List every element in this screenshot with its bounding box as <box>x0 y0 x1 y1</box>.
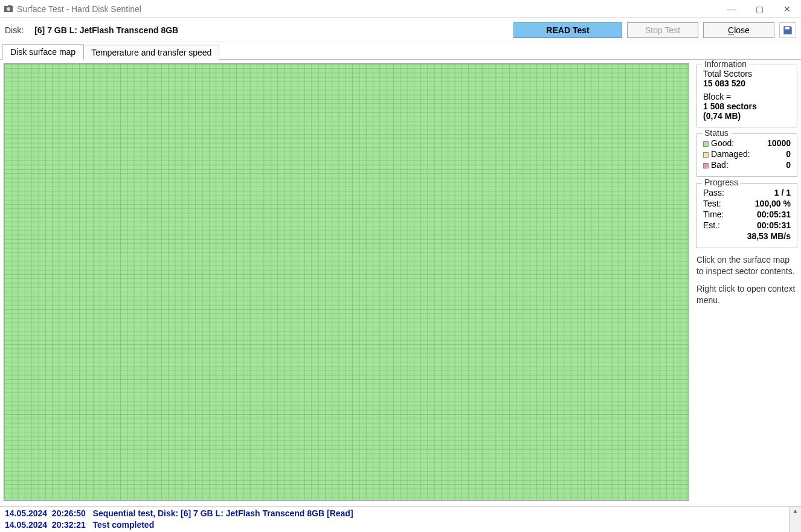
pass-label: Pass: <box>703 188 724 197</box>
good-value: 10000 <box>767 138 791 148</box>
save-button[interactable] <box>779 22 796 38</box>
disk-name: [6] 7 GB L: JetFlash Transcend 8GB <box>34 25 178 35</box>
bad-label: Bad: <box>711 160 729 170</box>
close-button[interactable]: Close <box>703 22 774 38</box>
scroll-up-icon[interactable]: ▴ <box>794 507 797 514</box>
damaged-label: Damaged: <box>711 149 750 159</box>
app-icon <box>4 4 13 14</box>
damaged-value: 0 <box>786 149 791 159</box>
tab-surface-map[interactable]: Disk surface map <box>2 44 83 60</box>
test-label: Test: <box>703 199 721 208</box>
maximize-button[interactable]: ▢ <box>745 0 773 18</box>
svg-rect-3 <box>788 27 790 28</box>
window-controls: — ▢ ✕ <box>718 0 801 18</box>
damaged-swatch-icon <box>703 152 709 158</box>
title-bar: Surface Test - Hard Disk Sentinel — ▢ ✕ <box>0 0 801 18</box>
svg-point-1 <box>7 7 10 11</box>
total-sectors-value: 15 083 520 <box>703 79 791 88</box>
status-panel: Status Good:10000 Damaged:0 Bad:0 <box>696 133 797 177</box>
floppy-icon <box>782 25 793 36</box>
bad-swatch-icon <box>703 163 709 168</box>
log-line-2: 14.05.2024 20:32:21 Test completed <box>5 519 784 531</box>
bad-value: 0 <box>786 160 791 170</box>
test-value: 100,00 % <box>755 199 791 208</box>
surface-map[interactable] <box>4 63 689 501</box>
tab-temperature[interactable]: Temperature and transfer speed <box>83 45 219 60</box>
disk-label: Disk: <box>5 25 24 35</box>
pass-value: 1 / 1 <box>774 188 791 197</box>
close-window-button[interactable]: ✕ <box>773 0 801 18</box>
progress-legend: Progress <box>702 178 741 187</box>
side-panel: Information Total Sectors 15 083 520 Blo… <box>696 63 797 502</box>
click-hint: Click on the surface map to inspect sect… <box>696 254 797 277</box>
good-label: Good: <box>711 138 734 148</box>
block-label: Block = <box>703 92 791 101</box>
est-label: Est.: <box>703 220 720 230</box>
good-swatch-icon <box>703 141 709 147</box>
log: 14.05.2024 20:26:50 Sequential test, Dis… <box>0 507 789 532</box>
svg-rect-2 <box>8 5 11 6</box>
main-area: Information Total Sectors 15 083 520 Blo… <box>0 59 801 506</box>
toolbar: Disk: [6] 7 GB L: JetFlash Transcend 8GB… <box>0 18 801 42</box>
tabs: Disk surface map Temperature and transfe… <box>0 42 801 59</box>
time-label: Time: <box>703 210 724 219</box>
rclick-hint: Right click to open context menu. <box>696 283 797 306</box>
information-legend: Information <box>702 59 749 69</box>
total-sectors-label: Total Sectors <box>703 69 791 79</box>
information-panel: Information Total Sectors 15 083 520 Blo… <box>696 65 797 127</box>
time-value: 00:05:31 <box>757 210 791 219</box>
log-area: 14.05.2024 20:26:50 Sequential test, Dis… <box>0 506 801 532</box>
progress-panel: Progress Pass:1 / 1 Test:100,00 % Time:0… <box>696 183 797 248</box>
status-legend: Status <box>702 128 731 138</box>
surface-grid <box>4 64 689 500</box>
read-test-button[interactable]: READ Test <box>513 22 622 38</box>
log-line-1: 14.05.2024 20:26:50 Sequential test, Dis… <box>5 508 784 519</box>
window-title: Surface Test - Hard Disk Sentinel <box>17 4 718 14</box>
log-scrollbar[interactable]: ▴ <box>789 507 801 532</box>
block-size: (0,74 MB) <box>703 111 791 121</box>
minimize-button[interactable]: — <box>718 0 745 18</box>
speed-value: 38,53 MB/s <box>747 231 791 241</box>
est-value: 00:05:31 <box>757 220 791 230</box>
block-sectors: 1 508 sectors <box>703 101 791 111</box>
stop-test-button[interactable]: Stop Test <box>627 22 698 38</box>
